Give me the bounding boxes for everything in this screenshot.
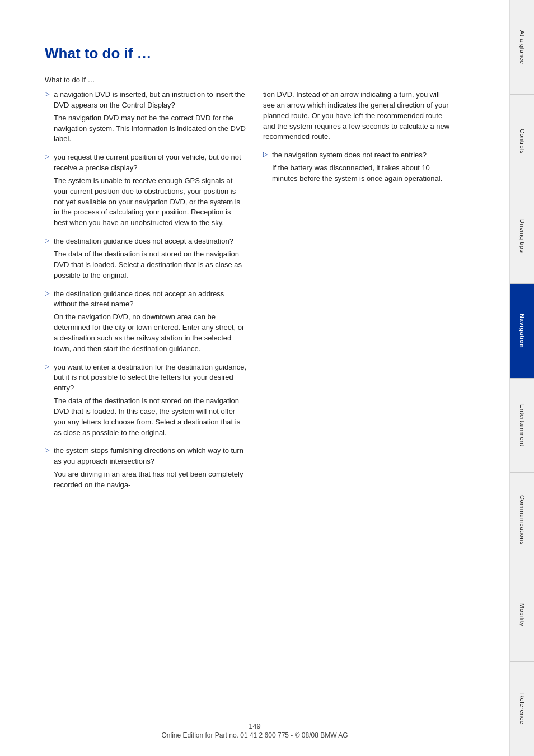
sidebar: At a glanceControlsDriving tipsNavigatio… xyxy=(509,0,534,756)
bullet-answer: If the battery was disconnected, it take… xyxy=(272,163,453,184)
main-content: What to do if … What to do if … ▷ a navi… xyxy=(0,0,509,756)
bullet-item: ▷ the destination guidance does not acce… xyxy=(45,236,246,281)
bullet-arrow-icon: ▷ xyxy=(45,153,49,160)
bullet-question: you request the current position of your… xyxy=(54,153,241,172)
bullet-content: the navigation system does not react to … xyxy=(272,150,453,184)
bullet-arrow-icon: ▷ xyxy=(45,363,49,370)
bullet-question: the destination guidance does not accept… xyxy=(54,290,224,309)
page-container: What to do if … What to do if … ▷ a navi… xyxy=(0,0,534,756)
bullet-content: the destination guidance does not accept… xyxy=(54,289,246,354)
bullet-item: ▷ the navigation system does not react t… xyxy=(263,150,453,184)
bullet-item: ▷ a navigation DVD is inserted, but an i… xyxy=(45,90,246,144)
right-column: tion DVD. Instead of an arrow indicating… xyxy=(263,90,453,498)
bullet-content: you want to enter a destination for the … xyxy=(54,362,246,438)
bullet-arrow-icon: ▷ xyxy=(45,237,49,244)
sidebar-tab-communications[interactable]: Communications xyxy=(510,473,534,567)
bullet-arrow-icon: ▷ xyxy=(263,151,268,158)
left-column: ▷ a navigation DVD is inserted, but an i… xyxy=(45,90,246,498)
bullet-arrow-icon: ▷ xyxy=(45,290,49,297)
bullet-arrow-icon: ▷ xyxy=(45,90,49,97)
footer-text: Online Edition for Part no. 01 41 2 600 … xyxy=(0,731,509,739)
sidebar-tab-navigation[interactable]: Navigation xyxy=(510,284,534,379)
right-intro: tion DVD. Instead of an arrow indicating… xyxy=(263,90,453,142)
bullet-content: the system stops furnishing directions o… xyxy=(54,446,246,490)
bullet-item: ▷ you request the current position of yo… xyxy=(45,152,246,228)
bullet-answer: You are driving in an area that has not … xyxy=(54,469,246,491)
bullet-arrow-icon: ▷ xyxy=(45,446,49,454)
page-number: 149 xyxy=(0,722,509,730)
bullet-question: a navigation DVD is inserted, but an ins… xyxy=(54,90,245,109)
bullet-content: a navigation DVD is inserted, but an ins… xyxy=(54,90,246,144)
bullet-answer: The navigation DVD may not be the correc… xyxy=(54,113,246,145)
page-title: What to do if … xyxy=(45,45,487,62)
bullet-question: the destination guidance does not accept… xyxy=(54,237,233,245)
bullet-content: you request the current position of your… xyxy=(54,152,246,228)
bullet-question: the navigation system does not react to … xyxy=(272,151,427,159)
bullet-item: ▷ you want to enter a destination for th… xyxy=(45,362,246,438)
bullet-content: the destination guidance does not accept… xyxy=(54,236,246,281)
content-area: ▷ a navigation DVD is inserted, but an i… xyxy=(45,90,487,498)
sidebar-tab-at-a-glance[interactable]: At a glance xyxy=(510,0,534,95)
bullet-answer: The data of the destination is not store… xyxy=(54,396,246,438)
sidebar-tab-reference[interactable]: Reference xyxy=(510,662,534,756)
bullet-answer: On the navigation DVD, no downtown area … xyxy=(54,312,246,354)
sidebar-tab-mobility[interactable]: Mobility xyxy=(510,567,534,662)
sidebar-tab-driving-tips[interactable]: Driving tips xyxy=(510,189,534,284)
bullet-item: ▷ the system stops furnishing directions… xyxy=(45,446,246,490)
bullet-answer: The data of the destination is not store… xyxy=(54,249,246,281)
page-footer: 149 Online Edition for Part no. 01 41 2 … xyxy=(0,722,509,739)
sidebar-tab-entertainment[interactable]: Entertainment xyxy=(510,379,534,473)
intro-text: What to do if … xyxy=(45,76,487,84)
bullet-answer: The system is unable to receive enough G… xyxy=(54,176,246,228)
sidebar-tab-controls[interactable]: Controls xyxy=(510,95,534,189)
bullet-item: ▷ the destination guidance does not acce… xyxy=(45,289,246,354)
bullet-question: you want to enter a destination for the … xyxy=(54,363,246,393)
bullet-question: the system stops furnishing directions o… xyxy=(54,446,243,465)
